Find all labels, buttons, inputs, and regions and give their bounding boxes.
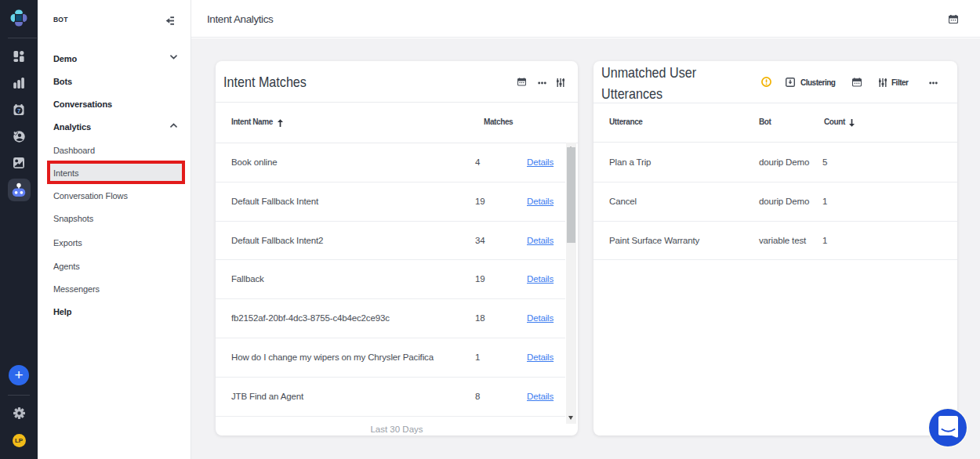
svg-text:7: 7 — [17, 107, 20, 114]
